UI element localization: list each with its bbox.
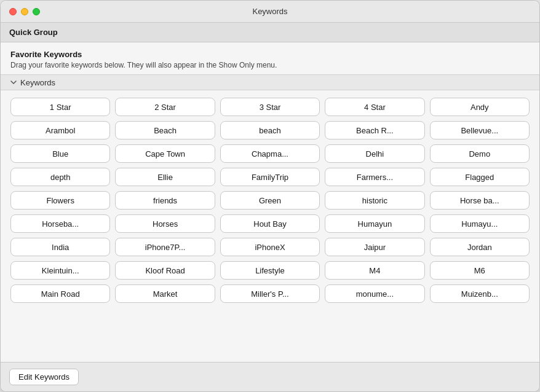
keyword-tag[interactable]: Main Road	[10, 284, 110, 303]
keyword-tag[interactable]: Ellie	[115, 168, 215, 186]
keyword-tag[interactable]: Beach R...	[325, 121, 424, 139]
keyword-tag[interactable]: 1 Star	[10, 98, 110, 116]
keyword-tag[interactable]: Market	[115, 284, 215, 303]
keyword-tag[interactable]: friends	[115, 191, 215, 210]
keyword-tag[interactable]: Muizenb...	[430, 284, 530, 303]
close-button[interactable]	[9, 8, 17, 15]
content-area: Favorite Keywords Drag your favorite key…	[1, 42, 539, 362]
favorite-title: Favorite Keywords	[10, 50, 530, 59]
keyword-tag[interactable]: Blue	[10, 144, 110, 163]
keyword-tag[interactable]: Hout Bay	[220, 214, 320, 233]
keywords-header-label: Keywords	[20, 78, 55, 87]
keyword-tag[interactable]: India	[10, 238, 110, 256]
keyword-tag[interactable]: 2 Star	[115, 98, 215, 116]
keyword-tag[interactable]: iPhoneX	[220, 238, 320, 256]
keyword-tag[interactable]: Flagged	[430, 168, 530, 186]
keyword-tag[interactable]: 4 Star	[325, 98, 424, 116]
edit-keywords-button[interactable]: Edit Keywords	[9, 369, 79, 385]
keyword-tag[interactable]: depth	[10, 168, 110, 186]
keyword-tag[interactable]: M6	[430, 261, 530, 280]
keyword-tag[interactable]: Jordan	[430, 238, 530, 256]
keyword-tag[interactable]: Farmers...	[325, 168, 424, 186]
keyword-tag[interactable]: Green	[220, 191, 320, 210]
keyword-tag[interactable]: Arambol	[10, 121, 110, 139]
keywords-section-header[interactable]: Keywords	[1, 74, 539, 90]
keyword-tag[interactable]: 3 Star	[220, 98, 320, 116]
quick-group-label: Quick Group	[9, 28, 58, 37]
keyword-tag[interactable]: Horses	[115, 214, 215, 233]
main-window: Keywords Quick Group Favorite Keywords D…	[0, 0, 540, 392]
keyword-tag[interactable]: Bellevue...	[430, 121, 530, 139]
traffic-lights	[9, 8, 40, 15]
keyword-tag[interactable]: Delhi	[325, 144, 424, 163]
keyword-tag[interactable]: Andy	[430, 98, 530, 116]
keyword-tag[interactable]: Jaipur	[325, 238, 424, 256]
bottom-bar: Edit Keywords	[1, 362, 539, 391]
keywords-grid-container: 1 Star2 Star3 Star4 StarAndyArambolBeach…	[1, 90, 539, 362]
keyword-tag[interactable]: Kleintuin...	[10, 261, 110, 280]
keyword-tag[interactable]: Horseba...	[10, 214, 110, 233]
favorite-section: Favorite Keywords Drag your favorite key…	[1, 42, 539, 74]
favorite-description: Drag your favorite keywords below. They …	[10, 61, 530, 69]
keyword-tag[interactable]: Horse ba...	[430, 191, 530, 210]
keyword-tag[interactable]: M4	[325, 261, 424, 280]
keyword-tag[interactable]: iPhone7P...	[115, 238, 215, 256]
keyword-tag[interactable]: Kloof Road	[115, 261, 215, 280]
keyword-tag[interactable]: Humayu...	[430, 214, 530, 233]
keyword-tag[interactable]: monume...	[325, 284, 424, 303]
keyword-tag[interactable]: Demo	[430, 144, 530, 163]
keyword-tag[interactable]: Chapma...	[220, 144, 320, 163]
keyword-tag[interactable]: Cape Town	[115, 144, 215, 163]
title-bar: Keywords	[1, 1, 539, 23]
keyword-tag[interactable]: Lifestyle	[220, 261, 320, 280]
keyword-tag[interactable]: historic	[325, 191, 424, 210]
keyword-tag[interactable]: beach	[220, 121, 320, 139]
keywords-grid: 1 Star2 Star3 Star4 StarAndyArambolBeach…	[10, 98, 530, 303]
keyword-tag[interactable]: Beach	[115, 121, 215, 139]
minimize-button[interactable]	[21, 8, 28, 15]
keyword-tag[interactable]: Miller's P...	[220, 284, 320, 303]
window-title: Keywords	[252, 7, 287, 16]
maximize-button[interactable]	[33, 8, 40, 15]
keyword-tag[interactable]: Humayun	[325, 214, 424, 233]
chevron-down-icon	[9, 78, 18, 87]
keyword-tag[interactable]: Flowers	[10, 191, 110, 210]
quick-group-header: Quick Group	[1, 23, 539, 42]
keyword-tag[interactable]: FamilyTrip	[220, 168, 320, 186]
